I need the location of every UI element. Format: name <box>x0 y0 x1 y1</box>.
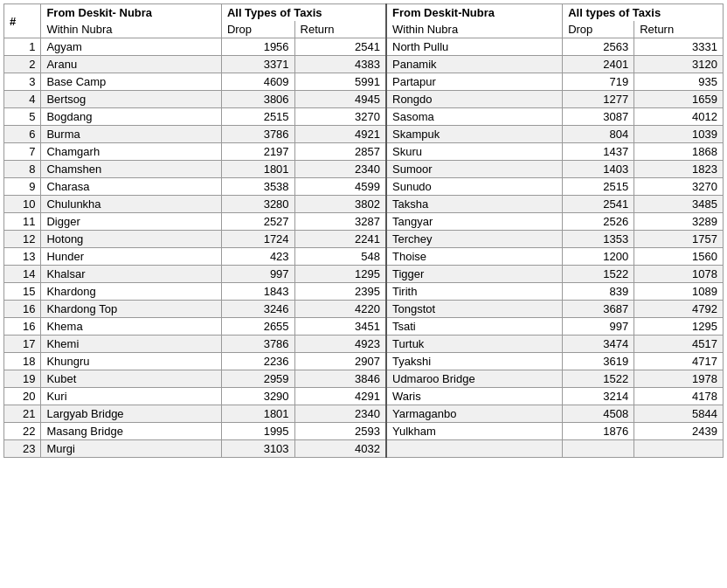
table-cell: 2340 <box>294 161 386 178</box>
table-cell: 10 <box>4 196 41 213</box>
table-cell: Hunder <box>41 248 221 266</box>
table-cell: 2401 <box>563 56 634 73</box>
table-cell: 3474 <box>563 336 634 353</box>
table-cell: 2241 <box>294 231 386 248</box>
table-cell: Charasa <box>41 178 221 196</box>
table-cell: 14 <box>4 266 41 283</box>
table-cell: 4291 <box>294 388 386 405</box>
table-row: 8Chamshen18012340Sumoor14031823 <box>4 161 724 178</box>
table-cell: 3290 <box>221 388 294 405</box>
table-cell: 1295 <box>634 318 724 336</box>
table-cell: 4517 <box>634 336 724 353</box>
table-cell: Khardong <box>41 283 221 301</box>
table-row: 7Chamgarh21972857Skuru14371868 <box>4 143 724 161</box>
table-cell: Largyab Bridge <box>41 405 221 423</box>
col-from-deskit-nubra-1: From Deskit- Nubra <box>41 4 221 22</box>
table-row: 20Kuri32904291Waris32144178 <box>4 388 724 405</box>
table-cell: 935 <box>634 73 724 91</box>
col-return-2: Return <box>634 21 724 38</box>
table-cell: Udmaroo Bridge <box>386 370 563 388</box>
col-all-types-taxis-2: All types of Taxis <box>563 4 724 22</box>
table-cell: 3270 <box>634 178 724 196</box>
table-row: 17Khemi37864923Turtuk34744517 <box>4 336 724 353</box>
table-cell: 1200 <box>563 248 634 266</box>
table-cell: 2563 <box>563 38 634 56</box>
header-row-2: Within Nubra Drop Return Within Nubra Dr… <box>4 21 724 38</box>
col-return-1: Return <box>294 21 386 38</box>
table-cell: 3246 <box>221 301 294 318</box>
table-cell: 2515 <box>563 178 634 196</box>
table-cell: Bogdang <box>41 108 221 126</box>
table-row: 18Khungru22362907Tyakshi36194717 <box>4 353 724 370</box>
table-cell: 997 <box>563 318 634 336</box>
table-cell: Kuri <box>41 388 221 405</box>
table-cell: 1843 <box>221 283 294 301</box>
table-cell: 1403 <box>563 161 634 178</box>
table-cell: Aranu <box>41 56 221 73</box>
table-cell: 1295 <box>294 266 386 283</box>
table-cell: 5 <box>4 108 41 126</box>
table-row: 22Masang Bridge19952593Yulkham18762439 <box>4 423 724 440</box>
table-cell: Partapur <box>386 73 563 91</box>
table-cell: 3786 <box>221 126 294 143</box>
table-cell: 4 <box>4 91 41 108</box>
col-all-types-taxis-1: All Types of Taxis <box>221 4 386 22</box>
table-cell: Chamgarh <box>41 143 221 161</box>
table-cell: 2907 <box>294 353 386 370</box>
table-cell: 1757 <box>634 231 724 248</box>
table-row: 3Base Camp46095991Partapur719935 <box>4 73 724 91</box>
table-cell: Rongdo <box>386 91 563 108</box>
table-cell: 1876 <box>563 423 634 440</box>
table-cell: Tangyar <box>386 213 563 231</box>
table-row: 15Khardong18432395Tirith8391089 <box>4 283 724 301</box>
table-row: 4Bertsog38064945Rongdo12771659 <box>4 91 724 108</box>
table-cell: 1823 <box>634 161 724 178</box>
table-cell: 1522 <box>563 370 634 388</box>
table-row: 11Digger25273287Tangyar25263289 <box>4 213 724 231</box>
table-row: 13Hunder423548Thoise12001560 <box>4 248 724 266</box>
table-cell: 1801 <box>221 161 294 178</box>
table-cell: 2515 <box>221 108 294 126</box>
table-cell: 22 <box>4 423 41 440</box>
table-cell: 2541 <box>563 196 634 213</box>
table-cell: 1995 <box>221 423 294 440</box>
table-cell: 1801 <box>221 405 294 423</box>
table-cell: Turtuk <box>386 336 563 353</box>
table-row: 19Kubet29593846Udmaroo Bridge15221978 <box>4 370 724 388</box>
table-cell: Agyam <box>41 38 221 56</box>
table-cell: 1724 <box>221 231 294 248</box>
table-cell: 1089 <box>634 283 724 301</box>
table-cell: 12 <box>4 231 41 248</box>
table-cell: 839 <box>563 283 634 301</box>
table-cell: 4945 <box>294 91 386 108</box>
table-cell: Chamshen <box>41 161 221 178</box>
table-cell: Skampuk <box>386 126 563 143</box>
table-cell: Tongstot <box>386 301 563 318</box>
table-cell: 1560 <box>634 248 724 266</box>
table-cell: 5844 <box>634 405 724 423</box>
table-cell: 3786 <box>221 336 294 353</box>
table-cell: 2236 <box>221 353 294 370</box>
table-cell: 4178 <box>634 388 724 405</box>
table-row: 12Hotong17242241Terchey13531757 <box>4 231 724 248</box>
table-cell: 1078 <box>634 266 724 283</box>
table-cell: 2395 <box>294 283 386 301</box>
table-cell: Taksha <box>386 196 563 213</box>
table-cell: Sasoma <box>386 108 563 126</box>
table-cell: Murgi <box>41 440 221 458</box>
table-cell: 7 <box>4 143 41 161</box>
table-cell: 4717 <box>634 353 724 370</box>
table-row: 6Burma37864921Skampuk8041039 <box>4 126 724 143</box>
col-drop-1: Drop <box>221 21 294 38</box>
table-cell: Khema <box>41 318 221 336</box>
table-cell: 2857 <box>294 143 386 161</box>
table-cell: 3087 <box>563 108 634 126</box>
table-cell: Tyakshi <box>386 353 563 370</box>
table-cell: North Pullu <box>386 38 563 56</box>
table-cell: 5991 <box>294 73 386 91</box>
table-cell: 804 <box>563 126 634 143</box>
table-cell: 3485 <box>634 196 724 213</box>
table-cell: 3806 <box>221 91 294 108</box>
table-cell: 4383 <box>294 56 386 73</box>
table-cell: 8 <box>4 161 41 178</box>
